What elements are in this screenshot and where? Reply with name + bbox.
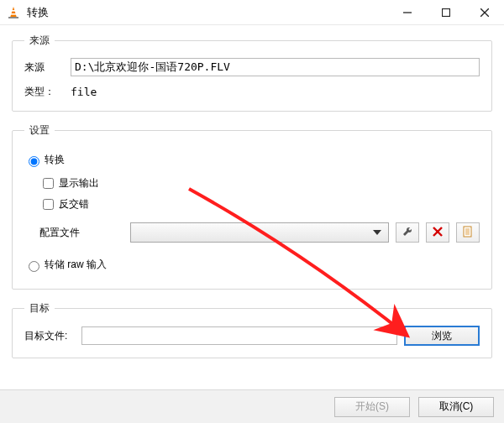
checkbox-display-output[interactable]: 显示输出 [39, 175, 480, 191]
delete-x-icon [433, 227, 443, 239]
radio-dump-raw[interactable]: 转储 raw 输入 [24, 258, 480, 272]
profile-label: 配置文件 [39, 226, 123, 240]
cancel-button-label: 取消(C) [439, 400, 474, 414]
dialog-button-bar: 开始(S) 取消(C) [0, 389, 504, 423]
title-bar: 转换 [0, 0, 504, 25]
svg-marker-0 [10, 7, 17, 18]
cancel-button[interactable]: 取消(C) [418, 397, 494, 417]
wrench-icon [402, 226, 413, 240]
radio-convert[interactable]: 转换 [24, 153, 480, 167]
settings-group: 设置 转换 显示输出 反交错 配置文件 [12, 123, 492, 290]
checkbox-deinterlace-label: 反交错 [59, 197, 89, 212]
type-label: 类型： [24, 85, 71, 99]
start-button-label: 开始(S) [355, 400, 389, 414]
destination-legend: 目标 [24, 301, 55, 316]
checkbox-display-output-label: 显示输出 [59, 176, 99, 191]
checkbox-deinterlace-input[interactable] [43, 199, 54, 210]
profile-new-button[interactable] [456, 222, 480, 243]
radio-dump-raw-input[interactable] [29, 261, 39, 272]
svg-rect-5 [443, 8, 450, 16]
close-button[interactable] [465, 0, 504, 25]
svg-rect-10 [464, 227, 471, 237]
checkbox-deinterlace[interactable]: 反交错 [39, 196, 480, 212]
new-document-icon [462, 226, 474, 240]
svg-rect-1 [11, 10, 16, 12]
vlc-cone-icon [7, 6, 20, 19]
profile-dropdown[interactable] [130, 222, 389, 243]
minimize-button[interactable] [388, 0, 427, 25]
destination-group: 目标 目标文件: 浏览 [12, 301, 492, 358]
maximize-button[interactable] [427, 0, 465, 25]
radio-dump-raw-label: 转储 raw 输入 [45, 258, 107, 272]
browse-button[interactable]: 浏览 [404, 326, 480, 346]
profile-edit-button[interactable] [396, 222, 419, 243]
svg-rect-3 [8, 17, 18, 18]
svg-rect-2 [11, 13, 17, 15]
source-group: 来源 来源 类型： file [12, 34, 492, 112]
browse-button-label: 浏览 [432, 329, 452, 343]
checkbox-display-output-input[interactable] [43, 178, 54, 189]
window-title: 转换 [27, 5, 388, 20]
start-button[interactable]: 开始(S) [334, 397, 410, 417]
profile-delete-button[interactable] [426, 222, 449, 243]
radio-convert-label: 转换 [45, 153, 65, 167]
radio-convert-input[interactable] [29, 156, 39, 167]
source-label: 来源 [24, 60, 71, 75]
settings-legend: 设置 [24, 123, 55, 138]
source-legend: 来源 [24, 34, 55, 48]
destination-file-label: 目标文件: [24, 329, 75, 343]
source-input[interactable] [71, 58, 480, 76]
type-value: file [71, 86, 97, 98]
destination-file-input[interactable] [81, 326, 397, 345]
